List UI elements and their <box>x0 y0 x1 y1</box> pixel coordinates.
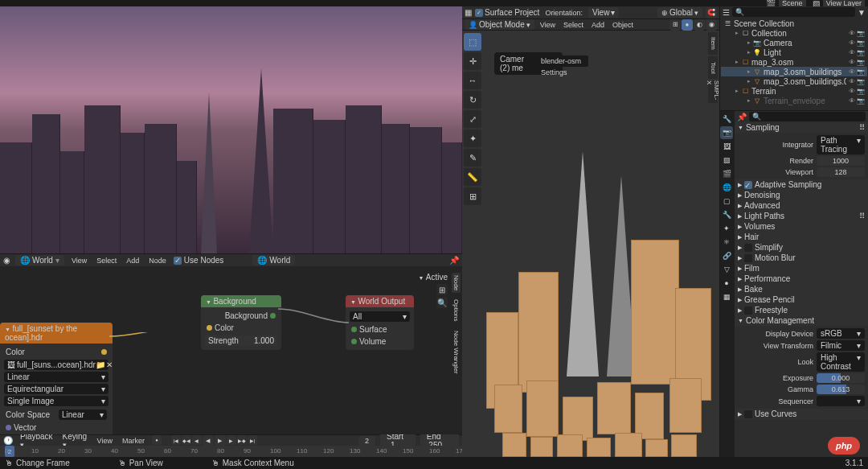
visibility-toggle[interactable]: 👁 <box>849 97 855 105</box>
keyframe-prev-button[interactable]: ◆◀ <box>182 435 191 445</box>
outliner-tree[interactable]: ☰Scene Collection ▸☐Collection👁📷▸📷Camera… <box>720 18 868 110</box>
timeline-track[interactable]: 2 01020304050607080901001101201301401501… <box>0 446 462 457</box>
menu-view[interactable]: View <box>69 257 89 265</box>
menu-view[interactable]: View <box>538 21 558 29</box>
target-dropdown[interactable]: All▾ <box>350 311 410 322</box>
image-field[interactable]: 🖼 full_[suns...ocean].hdr 📁✕ <box>4 360 108 370</box>
tab-physics[interactable]: ⚛ <box>720 236 733 249</box>
render-toggle[interactable]: 📷 <box>857 59 865 66</box>
cursor-tool[interactable]: ✛ <box>464 52 481 70</box>
tab-data[interactable]: ▽ <box>720 263 733 276</box>
socket-color-out[interactable] <box>101 349 107 355</box>
panel-header-motion-blur[interactable]: ▶Motion Blur <box>735 253 868 263</box>
socket-color-in[interactable] <box>207 325 212 331</box>
source-dropdown[interactable]: Single Image▾ <box>4 396 108 406</box>
tab-output[interactable]: 🖼 <box>720 140 733 153</box>
context-item-settings[interactable]: Settings <box>536 67 588 78</box>
side-tab-wrangler[interactable]: Node Wrangler <box>452 328 461 376</box>
shader-type-dropdown[interactable]: 🌐World▾ <box>15 255 64 265</box>
properties-search[interactable]: 🔍 <box>749 112 866 121</box>
visibility-toggle[interactable]: 👁 <box>849 49 855 56</box>
render-toggle[interactable]: 📷 <box>857 30 865 37</box>
node-editor-area[interactable]: ▼ full_[sunset by the ocean].hdr Color 🖼… <box>0 266 462 434</box>
node-world-output[interactable]: ▼ World Output All▾ Surface Volume <box>346 295 414 350</box>
tree-row[interactable]: ▸☐Collection👁📷 <box>721 28 867 38</box>
projection-dropdown[interactable]: Equirectangular▾ <box>4 384 108 394</box>
panel-header-grease-pencil[interactable]: ▶Grease Pencil <box>735 294 868 305</box>
visibility-toggle[interactable]: 👁 <box>849 78 855 85</box>
marker-menu[interactable]: Marker <box>120 437 147 445</box>
filter-icon[interactable]: ▼ <box>858 8 866 17</box>
side-tab-options[interactable]: Options <box>452 297 461 324</box>
tab-smplx[interactable]: SMPL-X <box>708 80 718 103</box>
tab-render[interactable]: 🔧 <box>720 113 733 125</box>
socket-vector-in[interactable] <box>6 425 11 430</box>
advanced-header[interactable]: ▶Advanced <box>735 200 868 211</box>
editor-type-icon[interactable]: 🕐 <box>3 436 13 445</box>
side-tab-node[interactable]: Node <box>452 273 461 293</box>
scale-tool[interactable]: ⤢ <box>464 110 481 128</box>
shading-material[interactable]: ◐ <box>694 19 705 31</box>
jump-end-button[interactable]: ▶| <box>248 435 257 445</box>
menu-add[interactable]: Add <box>589 21 607 29</box>
tab-material[interactable]: ● <box>720 277 733 290</box>
node-background[interactable]: ▼ Background Background Color Strength1.… <box>201 295 281 350</box>
node-header[interactable]: ▼ World Output <box>346 295 414 307</box>
tab-world[interactable]: 🌐 <box>720 181 733 194</box>
sequencer-dropdown[interactable]: ▾ <box>817 396 865 406</box>
look-dropdown[interactable]: High Contrast▾ <box>817 352 865 372</box>
play-button[interactable]: ▶ <box>215 435 226 446</box>
tab-particles[interactable]: ✦ <box>720 222 733 235</box>
tree-row[interactable]: ▸📷Camera👁📷 <box>721 38 867 47</box>
display-device-dropdown[interactable]: sRGB▾ <box>817 328 865 339</box>
keyframe-next-button[interactable]: ▶◆ <box>237 435 247 445</box>
tab-item[interactable]: Item <box>708 32 718 55</box>
menu-add[interactable]: Add <box>124 257 141 265</box>
menu-select[interactable]: Select <box>561 21 586 29</box>
rotate-tool[interactable]: ↻ <box>464 91 481 109</box>
orientation-dropdown[interactable]: View▾ <box>588 7 620 18</box>
jump-start-button[interactable]: |◀ <box>171 435 181 445</box>
socket-surface-in[interactable] <box>351 327 357 332</box>
mode-dropdown[interactable]: 👤 Object Mode ▾ <box>465 19 534 30</box>
panel-header-light-paths[interactable]: ▶Light Paths⠿ <box>735 211 868 221</box>
visibility-toggle[interactable]: 👁 <box>849 39 855 47</box>
pin-icon[interactable]: 📌 <box>449 256 459 265</box>
frame-prev-button[interactable]: ◀ <box>192 435 202 445</box>
move-tool[interactable]: ↔ <box>464 72 481 89</box>
annotate-tool[interactable]: ✎ <box>464 149 481 167</box>
visibility-toggle[interactable]: 👁 <box>849 30 855 37</box>
surface-project-checkbox[interactable]: ✓Surface Project <box>475 8 539 17</box>
interpolation-dropdown[interactable]: Linear▾ <box>4 372 108 382</box>
shading-solid[interactable]: ● <box>682 19 693 31</box>
tab-tool[interactable]: Tool <box>708 56 718 79</box>
tab-texture[interactable]: ▦ <box>720 290 733 303</box>
active-panel-header[interactable]: ▼ Active <box>419 273 448 282</box>
add-tool[interactable]: ⊞ <box>464 187 481 205</box>
socket-background-out[interactable] <box>270 313 276 319</box>
tab-scene[interactable]: 🎬 <box>720 167 733 180</box>
panel-header-film[interactable]: ▶Film <box>735 263 868 274</box>
editor-type-icon[interactable]: ☰ <box>723 8 730 17</box>
select-tool[interactable]: ⬚ <box>464 33 481 51</box>
node-environment-texture[interactable]: ▼ full_[sunset by the ocean].hdr Color 🖼… <box>0 323 113 434</box>
gamma-slider[interactable]: 0.613 <box>817 385 865 394</box>
tree-row[interactable]: ▸☐Terrain👁📷 <box>721 86 867 96</box>
outliner-search[interactable]: 🔍 <box>732 7 855 17</box>
render-toggle[interactable]: 📷 <box>857 68 865 76</box>
visibility-toggle[interactable]: 👁 <box>849 88 855 95</box>
snap-icon[interactable]: 🧲 <box>706 7 717 19</box>
play-reverse-button[interactable]: ◀ <box>203 435 214 446</box>
panel-header-performance[interactable]: ▶Performance <box>735 274 868 284</box>
render-toggle[interactable]: 📷 <box>857 97 865 105</box>
integrator-dropdown[interactable]: Path Tracing▾ <box>817 135 865 154</box>
render-samples-field[interactable]: 1000 <box>817 156 865 166</box>
panel-header-bake[interactable]: ▶Bake <box>735 284 868 294</box>
tree-row[interactable]: ▸💡Light👁📷 <box>721 47 867 57</box>
tree-row[interactable]: ▸☐map_3.osm👁📷 <box>721 57 867 67</box>
render-toggle[interactable]: 📷 <box>857 78 865 85</box>
exposure-slider[interactable]: 0.000 <box>817 373 865 383</box>
panel-header-freestyle[interactable]: ▶Freestyle <box>735 305 868 315</box>
render-toggle[interactable]: 📷 <box>857 88 865 95</box>
shading-rendered[interactable]: ◉ <box>706 19 717 31</box>
